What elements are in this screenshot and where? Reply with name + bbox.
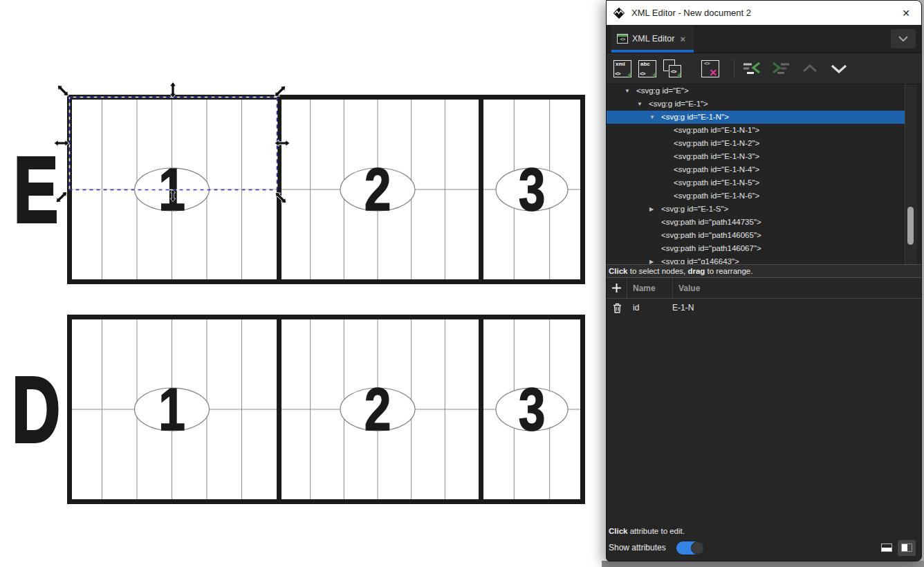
add-attribute-button[interactable] [607, 278, 627, 298]
svg-drawing[interactable]: 123E123D [0, 0, 606, 567]
section-number: 2 [364, 376, 391, 443]
tab-bar: <> XML Editor × [607, 25, 921, 53]
tree-node-label: <svg:path id="path144735"> [661, 218, 761, 226]
row-label: D [12, 357, 60, 461]
xml-editor-dialog: XML Editor - New document 2 ✕ <> XML Edi… [606, 0, 922, 561]
xml-editor-icon: <> [617, 34, 628, 44]
tree-node[interactable]: ▼<svg:g id="E-1"> [607, 97, 905, 111]
bottom-bar: Show attributes [607, 537, 921, 561]
tab-label: XML Editor [632, 34, 674, 44]
selection-handle[interactable] [55, 83, 71, 98]
tree-node-label: <svg:g id="E-1"> [649, 100, 708, 108]
unindent-node-button[interactable] [741, 58, 762, 79]
row-label: E [14, 138, 59, 241]
chevron-down-icon [831, 64, 847, 73]
tree-scrollbar[interactable] [905, 84, 917, 264]
tree-node-label: <svg:g id="E-1-N"> [661, 113, 729, 121]
close-button[interactable]: ✕ [895, 3, 917, 24]
tree-node[interactable]: <svg:path id="E-1-N-6"> [607, 189, 905, 203]
tree-node-label: <svg:path id="E-1-N-3"> [674, 152, 759, 160]
attribute-value[interactable]: E-1-N [667, 303, 694, 313]
drawing-canvas[interactable]: 123E123D [0, 0, 606, 567]
tree-rows: ▼<svg:g id="E">▼<svg:g id="E-1">▼<svg:g … [607, 84, 905, 264]
tree-node[interactable]: <svg:path id="E-1-N-3"> [607, 150, 905, 163]
xml-tree: ▼<svg:g id="E">▼<svg:g id="E-1">▼<svg:g … [607, 84, 921, 264]
toolbar-separator [734, 59, 734, 77]
unindent-icon [743, 62, 761, 75]
delete-node-button[interactable]: <> ✕ [700, 58, 721, 79]
column-header-value: Value [673, 284, 700, 293]
scrollbar-thumb[interactable] [907, 207, 914, 245]
layout-horizontal-button[interactable] [878, 540, 896, 556]
window-edge-below [602, 561, 924, 567]
tree-status-text: Click to select nodes, drag to rearrange… [607, 264, 921, 278]
horizontal-split-icon [881, 543, 892, 552]
expander-open-icon[interactable]: ▼ [649, 111, 661, 124]
tree-node-label: <svg:g id="E-1-S"> [661, 205, 728, 213]
tree-node-label: <svg:path id="E-1-N-2"> [674, 139, 759, 147]
new-element-node-button[interactable]: xml <> + [612, 58, 633, 79]
tree-node[interactable]: <svg:path id="E-1-N-1"> [607, 124, 905, 137]
show-attributes-toggle[interactable] [676, 541, 705, 555]
tree-node-label: <svg:path id="E-1-N-6"> [674, 192, 759, 200]
canvas-row-D[interactable]: 123D [12, 315, 583, 504]
layout-buttons [878, 540, 916, 556]
tree-node-label: <svg:g id="g146643"> [661, 257, 739, 264]
expander-closed-icon[interactable]: ▶ [649, 203, 661, 216]
attribute-name[interactable]: id [627, 303, 667, 313]
tree-node[interactable]: <svg:path id="path146067"> [607, 242, 905, 255]
section-number: 2 [364, 156, 391, 223]
duplicate-node-icon: <> + [663, 59, 681, 77]
attribute-row[interactable]: id E-1-N [607, 299, 921, 317]
expander-open-icon[interactable]: ▼ [625, 84, 636, 97]
chevron-up-icon [802, 64, 817, 73]
tree-node[interactable]: ▼<svg:g id="E-1-N"> [607, 111, 905, 124]
tree-node-label: <svg:path id="E-1-N-4"> [674, 165, 759, 174]
column-header-name: Name [627, 278, 673, 298]
tree-node[interactable]: <svg:path id="path144735"> [607, 216, 905, 229]
tab-xml-editor[interactable]: <> XML Editor × [611, 25, 694, 53]
chevron-down-icon [898, 36, 908, 41]
tree-node[interactable]: ▼<svg:g id="E"> [607, 84, 905, 97]
expander-closed-icon[interactable]: ▶ [649, 255, 661, 264]
tab-close-icon[interactable]: × [680, 34, 685, 44]
move-node-up-button[interactable] [800, 58, 820, 79]
attribute-hint-text: Click attribute to edit. [607, 525, 921, 537]
tree-node-label: <svg:path id="E-1-N-5"> [674, 178, 759, 187]
tree-node[interactable]: <svg:path id="path146065"> [607, 229, 905, 242]
tree-node-label: <svg:g id="E"> [636, 86, 689, 95]
attributes-empty-area [607, 317, 921, 525]
dock-menu-button[interactable] [891, 29, 916, 48]
tree-node-label: <svg:path id="path146065"> [661, 231, 761, 239]
move-node-down-button[interactable] [829, 58, 849, 79]
delete-attribute-button[interactable] [607, 303, 627, 313]
trash-icon [613, 303, 622, 313]
xml-toolbar: xml <> + abc <> + <> + <> [607, 53, 921, 84]
new-text-node-button[interactable]: abc <> + [637, 58, 658, 79]
tree-node-label: <svg:path id="E-1-N-1"> [674, 126, 759, 134]
indent-icon [772, 62, 790, 75]
section-number: 3 [519, 376, 546, 443]
section-number: 1 [158, 376, 185, 443]
tree-node[interactable]: ▶<svg:g id="g146643"> [607, 255, 905, 264]
delete-node-icon: <> ✕ [701, 60, 719, 77]
new-element-node-icon: xml <> + [613, 60, 631, 77]
show-attributes-label: Show attributes [609, 543, 666, 552]
duplicate-node-button[interactable]: <> + [662, 58, 683, 79]
indent-node-button[interactable] [770, 58, 791, 79]
plus-icon [611, 283, 622, 293]
layout-vertical-button[interactable] [898, 540, 916, 556]
tree-node[interactable]: <svg:path id="E-1-N-5"> [607, 176, 905, 189]
new-text-node-icon: abc <> + [638, 60, 656, 77]
dialog-title: XML Editor - New document 2 [631, 8, 895, 18]
attributes-header: Name Value [607, 278, 921, 299]
vertical-split-icon [901, 543, 912, 552]
toggle-knob [691, 541, 704, 555]
dialog-titlebar[interactable]: XML Editor - New document 2 ✕ [607, 1, 921, 25]
tree-node[interactable]: ▶<svg:g id="E-1-S"> [607, 203, 905, 216]
tree-node[interactable]: <svg:path id="E-1-N-2"> [607, 137, 905, 150]
tree-node-label: <svg:path id="path146067"> [661, 244, 761, 252]
expander-open-icon[interactable]: ▼ [637, 97, 649, 111]
tree-node[interactable]: <svg:path id="E-1-N-4"> [607, 163, 905, 176]
section-number: 3 [519, 156, 546, 223]
